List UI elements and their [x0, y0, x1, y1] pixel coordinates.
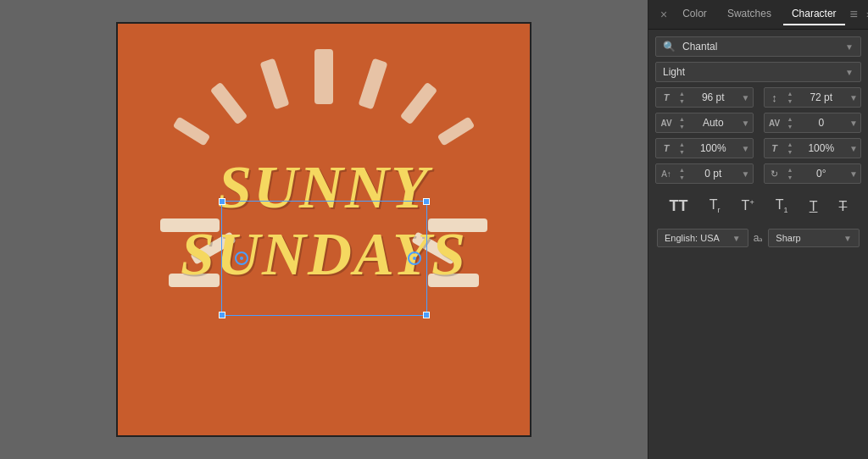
font-size-dropdown[interactable]: ▼ [739, 93, 753, 102]
font-size-input[interactable] [687, 88, 739, 107]
all-caps-button[interactable]: TT [665, 194, 693, 218]
rotation-down[interactable]: ▼ [787, 174, 794, 181]
kerning-control: AV ▲ ▼ ▼ [655, 113, 754, 133]
ray-l3 [173, 116, 211, 146]
bottom-controls-row: English: USA ▼ aₐ Sharp ▼ [655, 229, 861, 247]
handle-bottom-left[interactable] [219, 312, 225, 318]
handle-top-left[interactable] [219, 198, 225, 205]
font-size-icon: T [656, 92, 676, 102]
kerning-up[interactable]: ▲ [678, 115, 686, 123]
ray-l1 [259, 58, 289, 110]
font-family-arrow: ▼ [845, 42, 854, 52]
pivot-left[interactable] [235, 252, 248, 265]
h-scale-input[interactable] [687, 139, 739, 158]
baseline-spinner[interactable]: ▲ ▼ [676, 166, 687, 181]
font-family-dropdown[interactable]: 🔍 Chantal ▼ [655, 36, 861, 57]
tab-swatches[interactable]: Swatches [719, 3, 780, 25]
ray-l2 [210, 82, 248, 125]
rotation-icon: ↻ [765, 169, 785, 180]
baseline-dropdown[interactable]: ▼ [739, 169, 753, 179]
h-scale-spinner[interactable]: ▲ ▼ [676, 141, 687, 156]
font-style-dropdown[interactable]: Light ▼ [655, 62, 861, 82]
baseline-rotation-row: A↑ ▲ ▼ ▼ ↻ ▲ ▼ ▼ [655, 163, 861, 184]
v-scale-icon: T [765, 143, 785, 153]
anti-alias-dropdown[interactable]: Sharp ▼ [768, 229, 860, 247]
panel-header-right: ≡ » [845, 5, 868, 24]
font-family-row: 🔍 Chantal ▼ [655, 36, 861, 57]
tracking-icon: AV [765, 119, 785, 128]
v-scale-down[interactable]: ▼ [787, 148, 794, 156]
h-scale-down[interactable]: ▼ [678, 148, 686, 156]
h-scale-up[interactable]: ▲ [678, 141, 686, 148]
kerning-input[interactable] [687, 113, 739, 132]
panel-header-left: × Color Swatches Character [655, 3, 845, 25]
panel-body: 🔍 Chantal ▼ Light ▼ T ▲ ▼ ▼ [648, 30, 868, 254]
underline-button[interactable]: T [804, 196, 823, 218]
v-scale-input[interactable] [795, 139, 847, 158]
rotation-spinner[interactable]: ▲ ▼ [785, 166, 796, 181]
tracking-down[interactable]: ▼ [787, 123, 794, 130]
artboard[interactable]: SUNNY SUNDAYS [116, 22, 531, 437]
tracking-dropdown[interactable]: ▼ [847, 119, 860, 128]
panel-tabs: Color Swatches Character [674, 3, 844, 25]
close-icon[interactable]: × [655, 6, 672, 23]
rotation-dropdown[interactable]: ▼ [847, 169, 860, 179]
baseline-down[interactable]: ▼ [678, 174, 686, 181]
strikethrough-button[interactable]: T [834, 196, 853, 218]
font-size-up[interactable]: ▲ [678, 90, 686, 97]
rotation-up[interactable]: ▲ [787, 166, 794, 174]
language-dropdown[interactable]: English: USA ▼ [657, 229, 748, 247]
tracking-up[interactable]: ▲ [787, 115, 794, 123]
handle-bottom-right[interactable] [423, 312, 430, 318]
h-scale-icon: T [656, 143, 676, 153]
h-scale-control: T ▲ ▼ ▼ [655, 138, 754, 158]
pivot-right[interactable] [408, 252, 421, 265]
v-scale-spinner[interactable]: ▲ ▼ [785, 141, 796, 156]
subscript-button[interactable]: T1 [771, 194, 793, 218]
font-style-arrow: ▼ [845, 68, 854, 77]
search-icon: 🔍 [663, 41, 676, 53]
rotation-input[interactable] [795, 164, 847, 183]
leading-up[interactable]: ▲ [787, 90, 794, 97]
anti-alias-arrow: ▼ [843, 234, 852, 243]
kerning-tracking-row: AV ▲ ▼ ▼ AV ▲ ▼ ▼ [655, 113, 861, 133]
canvas-area: SUNNY SUNDAYS [0, 0, 648, 459]
selection-box [221, 201, 427, 316]
panel-menu-icon[interactable]: ≡ [845, 5, 863, 24]
language-arrow: ▼ [732, 234, 741, 243]
anti-alias-value: Sharp [776, 233, 800, 243]
ray-r1 [359, 58, 388, 110]
leading-spinner[interactable]: ▲ ▼ [785, 90, 796, 105]
font-size-spinner[interactable]: ▲ ▼ [676, 90, 687, 105]
leading-control: ↕ ▲ ▼ ▼ [764, 87, 862, 108]
kerning-spinner[interactable]: ▲ ▼ [676, 115, 687, 130]
h-scale-dropdown[interactable]: ▼ [739, 144, 753, 153]
leading-dropdown[interactable]: ▼ [847, 93, 860, 102]
leading-down[interactable]: ▼ [787, 97, 794, 105]
superscript-button[interactable]: T+ [737, 195, 760, 217]
language-label: English: USA [665, 233, 720, 243]
leading-icon: ↕ [765, 91, 785, 104]
font-size-down[interactable]: ▼ [678, 97, 686, 105]
handle-top-right[interactable] [423, 198, 430, 205]
font-size-control: T ▲ ▼ ▼ [655, 87, 754, 108]
v-scale-up[interactable]: ▲ [787, 141, 794, 148]
tab-color[interactable]: Color [674, 3, 715, 25]
tracking-input[interactable] [795, 113, 847, 132]
leading-input[interactable] [795, 88, 847, 107]
tab-character[interactable]: Character [783, 3, 845, 25]
tracking-spinner[interactable]: ▲ ▼ [785, 115, 796, 130]
font-style-row: Light ▼ [655, 62, 861, 82]
baseline-input[interactable] [687, 164, 739, 183]
baseline-up[interactable]: ▲ [678, 166, 686, 174]
kerning-dropdown[interactable]: ▼ [739, 119, 753, 128]
tracking-control: AV ▲ ▼ ▼ [764, 113, 862, 133]
character-panel: × Color Swatches Character ≡ » 🔍 [648, 0, 868, 459]
ray-center [314, 49, 333, 104]
typo-buttons-row: TT Tr T+ T1 T T [655, 189, 861, 224]
kerning-down[interactable]: ▼ [678, 123, 686, 130]
v-scale-dropdown[interactable]: ▼ [847, 144, 860, 153]
ray-r2 [399, 82, 437, 125]
kerning-icon: AV [656, 119, 676, 128]
small-caps-button[interactable]: Tr [704, 194, 726, 218]
